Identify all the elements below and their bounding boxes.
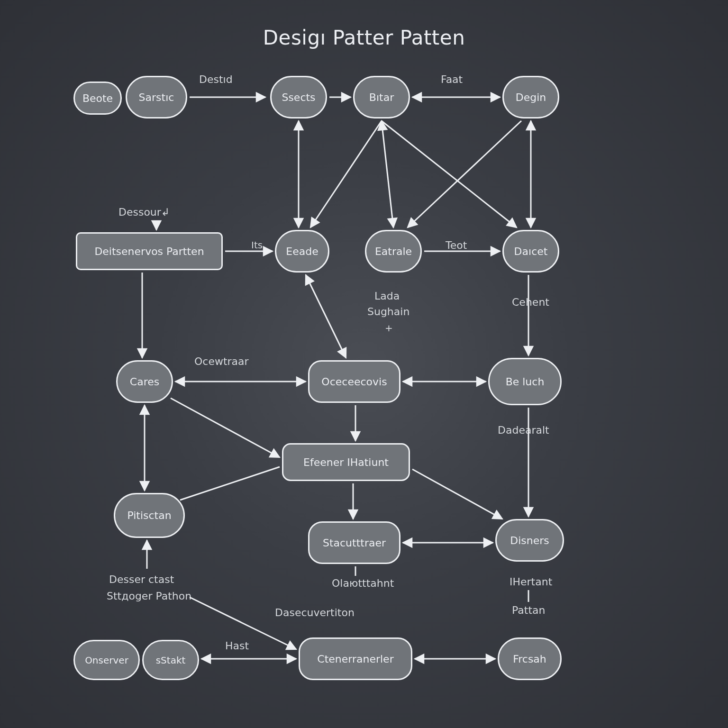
label-ocewraar: Ocewtraar <box>194 355 249 367</box>
node-onserver: Onserver <box>73 640 140 680</box>
label-dascu: Dasecuvertiton <box>275 607 355 619</box>
node-ctener: Ctenerranerler <box>299 637 412 680</box>
node-bitar: Bıtar <box>353 76 410 118</box>
label-sughain: Sughain <box>367 306 410 318</box>
label-hast: Hast <box>225 640 249 652</box>
node-deitsenervos: Deitsenervos Partten <box>76 232 223 270</box>
node-degin: Degin <box>502 76 559 118</box>
label-teot: Teot <box>446 239 467 251</box>
label-olasor: Olaюtttahnt <box>332 577 394 589</box>
node-daicet: Daıcet <box>502 230 559 273</box>
label-destd: Destıd <box>199 73 233 85</box>
node-eeade: Eeade <box>275 230 329 273</box>
node-beluch: Be luch <box>488 358 562 405</box>
label-lada: Lada <box>374 290 400 302</box>
svg-line-6 <box>382 121 517 228</box>
svg-line-4 <box>310 121 382 228</box>
svg-line-5 <box>382 121 393 228</box>
node-sstakt: sStakt <box>142 640 199 680</box>
label-faat: Faat <box>441 73 463 85</box>
node-ssects: Ssects <box>270 76 327 118</box>
node-beote: Beote <box>73 82 122 115</box>
label-pattan: Pattan <box>512 604 545 616</box>
label-dadearail: Dadearalt <box>498 424 549 436</box>
node-efeener: Efeener IHatiunt <box>282 443 410 481</box>
node-eatrale: Eatrale <box>365 230 422 273</box>
svg-line-7 <box>408 121 521 228</box>
node-pitisctan: Pitisctan <box>114 493 185 538</box>
node-sarstic: Sarstıc <box>126 76 187 118</box>
node-disners: Disners <box>495 519 564 562</box>
diagram-title: Desigı Patter Patten <box>0 26 728 49</box>
label-plus: + <box>385 322 393 334</box>
node-frcsah: Frcsah <box>498 637 562 680</box>
label-stroger: Sttдoger Pathon <box>107 590 191 602</box>
label-its: Its <box>251 239 263 251</box>
node-stacutraer: Stacutttraer <box>308 521 400 564</box>
label-ihertant: IHertant <box>510 576 552 588</box>
svg-line-13 <box>306 275 346 358</box>
label-dessour: Dessour↲ <box>118 206 170 218</box>
label-desserctast: Desser ctast <box>109 573 174 585</box>
label-cehent: Cehent <box>512 296 549 308</box>
svg-line-19 <box>171 398 280 457</box>
node-cares: Cares <box>116 360 173 403</box>
svg-line-25 <box>412 469 502 519</box>
svg-line-20 <box>180 467 280 500</box>
node-oceceecovis: Oceceecovis <box>308 360 400 403</box>
